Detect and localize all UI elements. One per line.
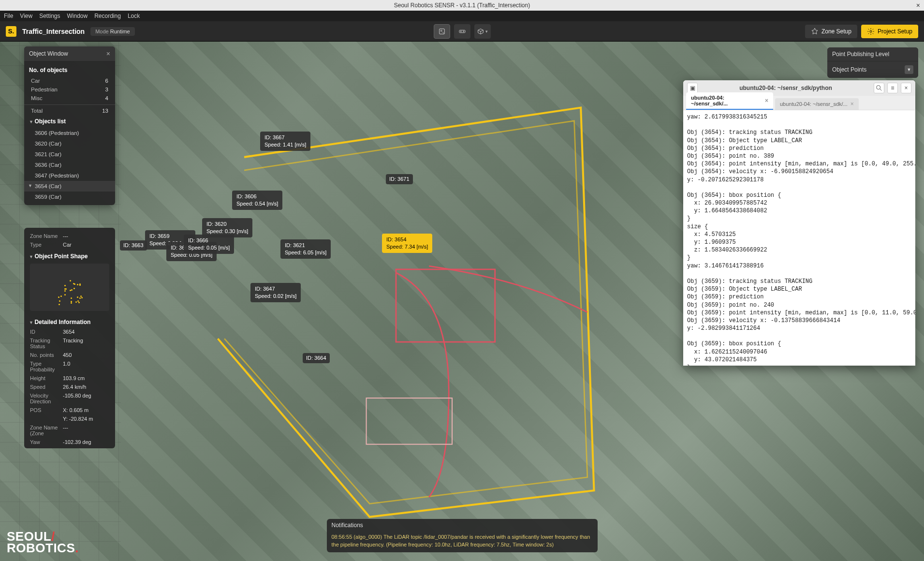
project-name: Traffic_Intersection [22, 28, 85, 35]
objects-list-item[interactable]: 3636 (Car) [24, 160, 115, 170]
svg-rect-7 [367, 398, 452, 444]
terminal-title: ubuntu20-04: ~/sensr_sdk/python [701, 85, 871, 91]
detail-row: No. points450 [24, 351, 115, 359]
object-detail-panel: Zone Name--- TypeCar Object Point Shape … [24, 228, 115, 448]
scene-object-label[interactable]: ID: 3667Speed: 1.41 [m/s] [260, 132, 310, 151]
terminal-window[interactable]: ▣ ubuntu20-04: ~/sensr_sdk/python ≡ × ub… [683, 80, 915, 366]
svg-point-5 [870, 30, 872, 32]
detail-row: POSX: 0.605 m [24, 406, 115, 414]
app-toolbar: S. Traffic_Intersection Mode Runtime ▾ Z… [0, 21, 924, 42]
scene-object-label[interactable]: ID: 3663 [120, 240, 147, 251]
menu-file[interactable]: File [4, 13, 13, 19]
object-window-title: Object Window [29, 50, 68, 57]
objects-list-item[interactable]: 3654 (Car) [24, 181, 115, 192]
svg-point-4 [463, 31, 464, 32]
view-mode-3-button[interactable]: ▾ [474, 24, 491, 39]
objects-list-item[interactable]: 3606 (Pedestrian) [24, 128, 115, 138]
os-titlebar: Seoul Robotics SENSR - v3.1.1 (Traffic_I… [0, 0, 924, 11]
scene-viewport[interactable]: ID: 3667Speed: 1.41 [m/s]ID: 3671ID: 360… [0, 42, 924, 561]
window-close-icon[interactable]: × [916, 1, 920, 9]
notifications-panel: Notifications 08:56:55 (algo_0000) The L… [327, 519, 598, 552]
svg-rect-2 [459, 30, 465, 32]
detail-row: Height103.9 cm [24, 374, 115, 383]
detailed-info-header[interactable]: Detailed Information [24, 314, 115, 327]
hamburger-icon[interactable]: ≡ [887, 83, 898, 93]
tab-close-icon[interactable]: × [851, 101, 854, 107]
window-title: Seoul Robotics SENSR - v3.1.1 (Traffic_I… [394, 2, 530, 9]
detail-row: Y: -20.824 m [24, 414, 115, 423]
notifications-body: 08:56:55 (algo_0000) The LiDAR topic /li… [327, 531, 598, 552]
terminal-tab-2[interactable]: ubuntu20-04: ~/sensr_sdk/...× [775, 98, 859, 110]
objects-list-header[interactable]: Objects list [24, 115, 115, 128]
detail-row: ID3654 [24, 327, 115, 336]
scene-object-label[interactable]: ID: 3606Speed: 0.54 [m/s] [232, 191, 282, 210]
close-icon[interactable]: × [106, 50, 110, 58]
terminal-tabs: ubuntu20-04: ~/sensr_sdk/...× ubuntu20-0… [683, 96, 915, 110]
detail-row: Tracking StatusTracking [24, 336, 115, 351]
scene-object-label[interactable]: ID: 3664 [303, 353, 330, 363]
view-mode-1-button[interactable] [434, 24, 450, 39]
point-shape-preview [30, 264, 109, 311]
point-publishing-panel: Point Publishing Level Object Points ▼ [827, 47, 918, 78]
view-mode-2-button[interactable] [454, 24, 470, 39]
notifications-title: Notifications [327, 519, 598, 531]
brand-logo: SEOUL/ ROBOTICS. [7, 531, 79, 554]
terminal-new-tab-button[interactable]: ▣ [687, 83, 698, 93]
detail-row: Zone Name (Zone--- [24, 423, 115, 438]
menu-window[interactable]: Window [67, 13, 88, 19]
detail-row: Velocity Direction-105.80 deg [24, 391, 115, 406]
scene-object-label[interactable]: ID: 3654Speed: 7.34 [m/s] [382, 234, 432, 253]
svg-point-8 [877, 86, 880, 89]
svg-point-3 [460, 31, 461, 32]
objects-list-item[interactable]: 3659 (Car) [24, 192, 115, 202]
object-window-panel: Object Window × No. of objects Car6 Pede… [24, 46, 115, 205]
zone-setup-button[interactable]: Zone Setup [805, 25, 857, 38]
terminal-output[interactable]: yaw: 2.6179938316345215 Obj (3654): trac… [683, 110, 915, 366]
objects-list-item[interactable]: 3621 (Car) [24, 149, 115, 160]
menu-lock[interactable]: Lock [128, 13, 140, 19]
detail-row: Type Probability1.0 [24, 359, 115, 374]
search-icon[interactable] [874, 83, 884, 93]
menu-view[interactable]: View [20, 13, 32, 19]
objects-list-item[interactable]: 3620 (Car) [24, 138, 115, 149]
scene-object-label[interactable]: ID: 3647Speed: 0.02 [m/s] [250, 283, 301, 302]
point-publishing-title: Point Publishing Level [832, 51, 889, 58]
chevron-down-icon[interactable]: ▼ [905, 65, 913, 74]
point-publishing-value: Object Points [832, 66, 866, 73]
count-header: No. of objects [24, 64, 115, 76]
terminal-close-icon[interactable]: × [901, 83, 911, 93]
app-logo: S. [6, 26, 16, 37]
tab-close-icon[interactable]: × [765, 97, 768, 104]
scene-object-label[interactable]: ID: 3671 [386, 174, 413, 184]
menu-recording[interactable]: Recording [94, 13, 121, 19]
menubar: File View Settings Window Recording Lock [0, 11, 924, 21]
project-setup-button[interactable]: Project Setup [861, 25, 918, 38]
scene-object-label[interactable]: ID: 3666Speed: 0.05 [m/s] [184, 235, 234, 254]
point-shape-header[interactable]: Object Point Shape [24, 249, 115, 261]
menu-settings[interactable]: Settings [39, 13, 60, 19]
objects-list-item[interactable]: 3647 (Pedestrian) [24, 170, 115, 181]
scene-object-label[interactable]: ID: 3621Speed: 6.05 [m/s] [280, 239, 331, 259]
mode-pill[interactable]: Mode Runtime [90, 27, 135, 36]
detail-row: Speed26.4 km/h [24, 383, 115, 391]
svg-point-1 [440, 30, 442, 31]
detail-row: Yaw-102.39 deg [24, 438, 115, 446]
svg-rect-6 [396, 269, 495, 342]
terminal-tab-1[interactable]: ubuntu20-04: ~/sensr_sdk/...× [686, 92, 773, 110]
